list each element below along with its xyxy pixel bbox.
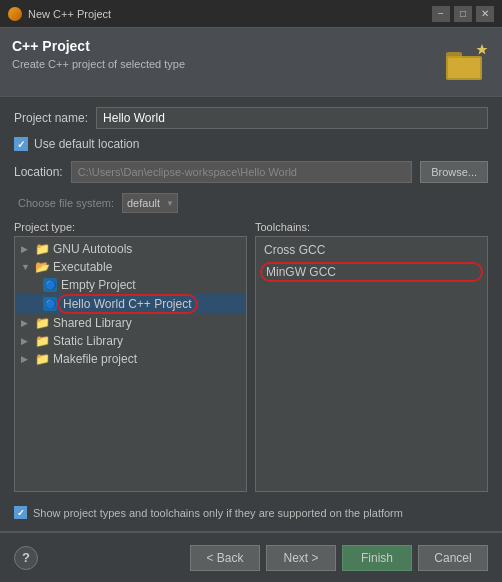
cancel-button[interactable]: Cancel bbox=[418, 545, 488, 571]
project-type-gnu-autotools[interactable]: ▶ 📁 GNU Autotools bbox=[15, 240, 246, 258]
project-icon: 🔵 bbox=[43, 278, 57, 292]
project-name-label: Project name: bbox=[14, 111, 88, 125]
project-type-panel: Project type: ▶ 📁 GNU Autotools ▼ 📂 Exec… bbox=[14, 221, 247, 492]
project-name-row: Project name: bbox=[14, 107, 488, 129]
folder-icon: 📁 bbox=[35, 318, 49, 329]
app-icon bbox=[8, 7, 22, 21]
toolchain-label: Cross GCC bbox=[264, 243, 325, 257]
title-bar-text: New C++ Project bbox=[28, 8, 111, 20]
project-type-shared-library[interactable]: ▶ 📁 Shared Library bbox=[15, 314, 246, 332]
folder-icon-open: 📂 bbox=[35, 262, 49, 273]
item-label: Shared Library bbox=[53, 316, 132, 330]
filesystem-row: Choose file system: default bbox=[14, 193, 488, 213]
folder-icon: 📁 bbox=[35, 244, 49, 255]
project-type-makefile[interactable]: ▶ 📁 Makefile project bbox=[15, 350, 246, 368]
use-default-location-row[interactable]: Use default location bbox=[14, 137, 488, 151]
expand-icon: ▶ bbox=[21, 318, 31, 328]
button-bar: ? < Back Next > Finish Cancel bbox=[0, 532, 502, 582]
svg-rect-1 bbox=[446, 52, 462, 58]
project-type-label: Project type: bbox=[14, 221, 247, 233]
browse-button[interactable]: Browse... bbox=[420, 161, 488, 183]
item-label-highlighted: Hello World C++ Project bbox=[57, 294, 198, 314]
project-icon: 🔵 bbox=[43, 297, 57, 311]
navigation-buttons: < Back Next > Finish Cancel bbox=[190, 545, 488, 571]
help-button[interactable]: ? bbox=[14, 546, 38, 570]
next-button[interactable]: Next > bbox=[266, 545, 336, 571]
use-default-location-label: Use default location bbox=[34, 137, 139, 151]
project-type-static-library[interactable]: ▶ 📁 Static Library bbox=[15, 332, 246, 350]
location-row: Location: Browse... bbox=[14, 161, 488, 183]
close-button[interactable]: ✕ bbox=[476, 6, 494, 22]
back-button[interactable]: < Back bbox=[190, 545, 260, 571]
filesystem-select-wrapper[interactable]: default bbox=[122, 193, 178, 213]
item-label: GNU Autotools bbox=[53, 242, 132, 256]
dialog-title: C++ Project bbox=[12, 38, 185, 54]
use-default-location-checkbox[interactable] bbox=[14, 137, 28, 151]
toolchain-cross-gcc[interactable]: Cross GCC bbox=[256, 240, 487, 260]
panels-area: Project type: ▶ 📁 GNU Autotools ▼ 📂 Exec… bbox=[14, 221, 488, 492]
item-label: Empty Project bbox=[61, 278, 136, 292]
dialog-subtitle: Create C++ project of selected type bbox=[12, 58, 185, 70]
expand-icon: ▶ bbox=[21, 354, 31, 364]
location-input[interactable] bbox=[71, 161, 412, 183]
item-label: Makefile project bbox=[53, 352, 137, 366]
item-label: Static Library bbox=[53, 334, 123, 348]
svg-marker-3 bbox=[477, 44, 488, 55]
project-name-input[interactable] bbox=[96, 107, 488, 129]
item-label: Executable bbox=[53, 260, 112, 274]
platform-filter-checkbox[interactable] bbox=[14, 506, 27, 519]
platform-filter-label: Show project types and toolchains only i… bbox=[33, 507, 403, 519]
finish-button[interactable]: Finish bbox=[342, 545, 412, 571]
expand-icon: ▶ bbox=[21, 336, 31, 346]
dialog-header: C++ Project Create C++ project of select… bbox=[0, 28, 502, 97]
toolchain-label: MinGW GCC bbox=[266, 265, 336, 279]
filesystem-select[interactable]: default bbox=[122, 193, 178, 213]
project-type-empty-project[interactable]: 🔵 Empty Project bbox=[15, 276, 246, 294]
dialog-content: Project name: Use default location Locat… bbox=[0, 97, 502, 531]
project-type-executable[interactable]: ▼ 📂 Executable bbox=[15, 258, 246, 276]
toolchain-mingw-gcc[interactable]: MinGW GCC bbox=[260, 262, 483, 282]
title-bar-controls: − □ ✕ bbox=[432, 6, 494, 22]
expand-icon: ▼ bbox=[21, 262, 31, 272]
svg-rect-2 bbox=[448, 58, 480, 78]
toolchains-list[interactable]: Cross GCC MinGW GCC bbox=[255, 236, 488, 492]
minimize-button[interactable]: − bbox=[432, 6, 450, 22]
project-type-hello-world[interactable]: 🔵 Hello World C++ Project bbox=[15, 294, 246, 314]
maximize-button[interactable]: □ bbox=[454, 6, 472, 22]
dialog: C++ Project Create C++ project of select… bbox=[0, 28, 502, 582]
expand-icon: ▶ bbox=[21, 244, 31, 254]
folder-icon: 📁 bbox=[35, 336, 49, 347]
toolchains-panel: Toolchains: Cross GCC MinGW GCC bbox=[255, 221, 488, 492]
bottom-checkbox-row[interactable]: Show project types and toolchains only i… bbox=[14, 500, 488, 521]
project-type-list[interactable]: ▶ 📁 GNU Autotools ▼ 📂 Executable 🔵 Empty… bbox=[14, 236, 247, 492]
title-bar: New C++ Project − □ ✕ bbox=[0, 0, 502, 28]
filesystem-label: Choose file system: bbox=[18, 197, 114, 209]
toolchains-label: Toolchains: bbox=[255, 221, 488, 233]
folder-icon: 📁 bbox=[35, 354, 49, 365]
header-text: C++ Project Create C++ project of select… bbox=[12, 38, 185, 70]
location-label: Location: bbox=[14, 165, 63, 179]
header-icon bbox=[442, 38, 490, 86]
